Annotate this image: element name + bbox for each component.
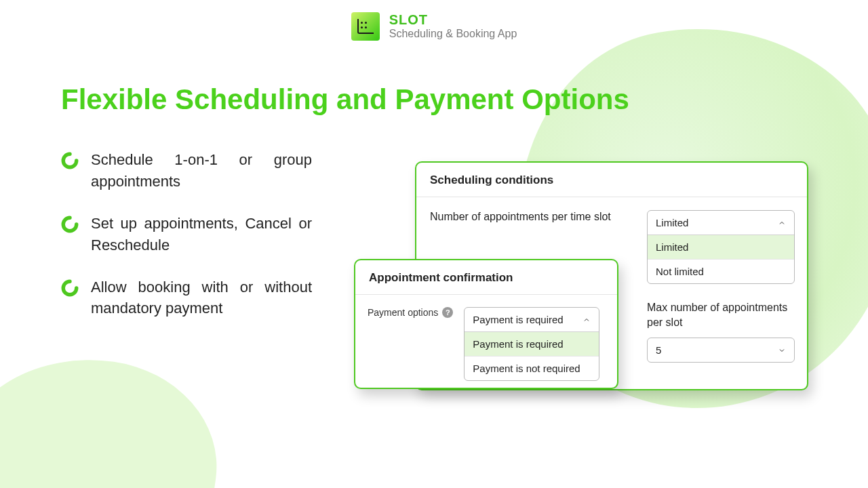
panel-header: Scheduling conditions (416, 163, 807, 197)
app-logo (351, 12, 380, 41)
payment-options-label: Payment options ? (368, 307, 453, 318)
select-option-required[interactable]: Payment is required (465, 332, 599, 356)
select-dropdown: Limited Not limited (648, 235, 794, 283)
select-option-not-limited[interactable]: Not limited (648, 259, 794, 283)
appointments-per-slot-select[interactable]: Limited Limited Not limited (647, 210, 795, 284)
chevron-down-icon (778, 346, 786, 354)
bullet-text: Allow booking with or without mandatory … (91, 277, 312, 320)
chevron-up-icon (778, 219, 786, 227)
payment-options-select[interactable]: Payment is required Payment is required … (464, 307, 599, 381)
select-option-not-required[interactable]: Payment is not required (465, 356, 599, 380)
page-title: Flexible Scheduling and Payment Options (61, 83, 629, 116)
bullet-item: Schedule 1-on-1 or group appointments (61, 149, 312, 192)
max-appointments-select[interactable]: 5 (647, 338, 795, 363)
bullet-text: Schedule 1-on-1 or group appointments (91, 149, 312, 192)
bullet-item: Allow booking with or without mandatory … (61, 277, 312, 320)
background-blob-bottom (0, 342, 230, 488)
brand-name: SLOT (389, 12, 517, 28)
select-dropdown: Payment is required Payment is not requi… (465, 331, 599, 380)
brand-subtitle: Scheduling & Booking App (389, 28, 517, 40)
bullet-text: Set up appointments, Cancel or Reschedul… (91, 213, 312, 256)
bullet-icon (61, 152, 79, 169)
bullet-icon (61, 279, 79, 297)
header: SLOT Scheduling & Booking App (0, 12, 868, 41)
select-value: 5 (656, 344, 661, 356)
bullet-icon (61, 216, 79, 233)
appointment-confirmation-panel: Appointment confirmation Payment options… (354, 259, 618, 389)
panel-header: Appointment confirmation (355, 260, 617, 295)
select-option-limited[interactable]: Limited (648, 235, 794, 259)
select-value: Payment is required (473, 314, 563, 325)
help-icon[interactable]: ? (442, 307, 453, 318)
select-value: Limited (656, 217, 688, 228)
max-appointments-label: Max number of appointments per slot (647, 300, 795, 329)
bullet-item: Set up appointments, Cancel or Reschedul… (61, 213, 312, 256)
payment-options-label-text: Payment options (368, 307, 438, 318)
feature-bullets: Schedule 1-on-1 or group appointments Se… (61, 149, 312, 340)
chevron-up-icon (583, 316, 591, 324)
